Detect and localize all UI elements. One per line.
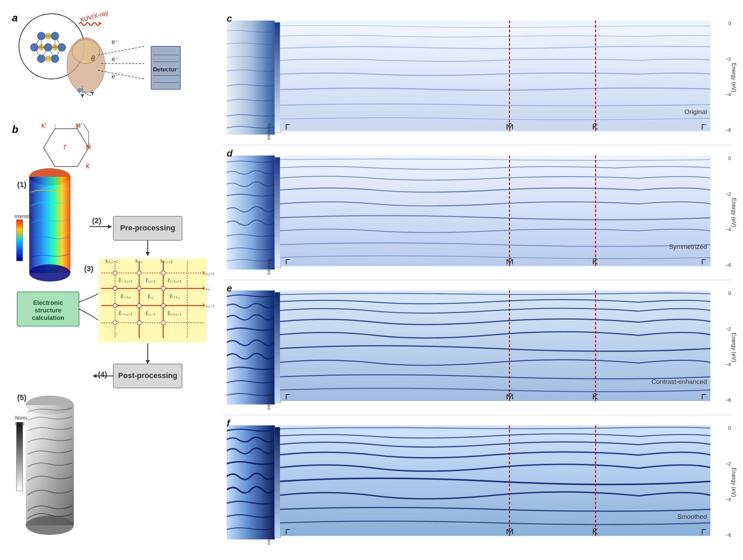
svg-text:kᵧ,ⱼ: kᵧ,ⱼ [203, 285, 210, 291]
svg-text:Post-processing: Post-processing [118, 371, 177, 380]
svg-text:structure: structure [35, 307, 61, 314]
svg-text:kₓ,ᵢ: kₓ,ᵢ [135, 258, 143, 264]
thumbnail-c-svg [227, 21, 275, 135]
svg-text:Intensity: Intensity [14, 214, 32, 219]
svg-text:e⁻: e⁻ [112, 56, 119, 62]
svg-marker-123 [93, 374, 97, 378]
energy-axis-title-c: Energy (eV) [730, 63, 736, 92]
svg-text:(1): (1) [17, 180, 26, 189]
svg-text:e⁻: e⁻ [112, 38, 119, 45]
svg-marker-67 [108, 225, 112, 229]
svg-text:Γ̄: Γ̄ [285, 258, 290, 266]
svg-text:Ẽᵢ,ⱼ₊₁: Ẽᵢ,ⱼ₊₁ [146, 278, 155, 283]
colorbar-c-label: Intensity [266, 123, 271, 140]
svg-text:K̄: K̄ [592, 528, 598, 536]
arpes-main-c-svg: Γ̄ M̄ K̄ Γ̄ [280, 21, 710, 131]
svg-text:Norm.: Norm. [15, 415, 28, 421]
svg-text:Detector: Detector [153, 66, 177, 73]
row-f: f [223, 415, 733, 550]
panel-f-label: f [227, 418, 230, 429]
thumbnail-c [227, 21, 275, 135]
svg-point-100 [137, 321, 141, 325]
svg-text:Ẽᵢ₊₁,ⱼ₊₁: Ẽᵢ₊₁,ⱼ₊₁ [168, 278, 181, 283]
svg-point-94 [137, 286, 141, 290]
svg-point-11 [45, 56, 51, 61]
svg-text:M̄: M̄ [86, 144, 91, 151]
svg-text:Pre-processing: Pre-processing [120, 224, 175, 232]
panel-c-label: c [227, 13, 232, 24]
arpes-main-f: Γ̄ M̄ K̄ Γ̄ Smoothed [280, 425, 710, 536]
svg-text:K̄: K̄ [592, 123, 598, 131]
svg-text:Ẽᵢ₊₁,ⱼ₋₁: Ẽᵢ₊₁,ⱼ₋₁ [168, 311, 181, 316]
svg-text:(5): (5) [17, 393, 26, 402]
energy-tick-2-c: −2 [725, 56, 731, 62]
svg-text:Γ̄: Γ̄ [701, 528, 706, 536]
energy-tick-0-c: 0 [728, 21, 731, 26]
energy-axis-c: 0 −2 −4 −6 [711, 21, 733, 133]
svg-text:M̄: M̄ [506, 528, 514, 536]
svg-text:Ẽᵢ₋₁,ⱼ₋₁: Ẽᵢ₋₁,ⱼ₋₁ [119, 311, 132, 316]
svg-text:Electronic: Electronic [33, 299, 63, 306]
svg-point-98 [161, 304, 165, 308]
thumbnail-d [227, 156, 275, 270]
svg-point-91 [137, 271, 141, 275]
svg-text:φ: φ [77, 86, 82, 93]
energy-axis-title-f: Energy (eV) [730, 468, 736, 497]
panel-c-title: Original [685, 108, 707, 116]
svg-text:kᵧ,ⱼ₊₁: kᵧ,ⱼ₊₁ [203, 270, 215, 276]
energy-tick-6-c: −6 [725, 127, 731, 133]
svg-text:(3): (3) [84, 264, 93, 273]
energy-tick-4-c: −4 [725, 92, 731, 97]
svg-marker-38 [90, 92, 94, 94]
svg-rect-131 [227, 21, 275, 135]
svg-rect-128 [16, 422, 23, 491]
svg-text:Γ̄: Γ̄ [701, 123, 706, 131]
svg-text:(4): (4) [98, 370, 107, 379]
svg-text:Γ̄: Γ̄ [285, 528, 290, 536]
left-panel: a [10, 10, 223, 550]
svg-text:(2): (2) [92, 216, 101, 225]
svg-text:Γ̄: Γ̄ [701, 393, 706, 401]
svg-marker-118 [146, 360, 150, 364]
row-d: d [223, 145, 733, 280]
svg-marker-40 [81, 94, 84, 98]
svg-text:ener.: ener. [15, 421, 26, 426]
svg-text:Ẽᵢ₋₁,ⱼ₊₁: Ẽᵢ₋₁,ⱼ₊₁ [119, 278, 132, 283]
colorbar-d-label: Intensity [266, 258, 271, 275]
svg-line-32 [98, 70, 144, 79]
svg-text:kᵧ,ⱼ₋₁: kᵧ,ⱼ₋₁ [203, 302, 215, 308]
svg-text:XUV/X-ray: XUV/X-ray [79, 10, 109, 24]
svg-point-63 [29, 264, 70, 282]
right-panel: c [223, 10, 733, 550]
colorbar-e-label: Intensity [266, 393, 271, 410]
arpes-main-d: Γ̄ M̄ K̄ Γ̄ Symmetrized [280, 156, 710, 266]
svg-text:θ: θ [91, 55, 95, 62]
svg-point-92 [161, 271, 165, 275]
svg-marker-72 [146, 252, 150, 256]
panel-a: a [10, 10, 210, 120]
svg-point-97 [137, 304, 141, 308]
svg-text:Γ̄: Γ̄ [701, 258, 706, 266]
svg-text:kₓ,ᵢ₊₁: kₓ,ᵢ₊₁ [160, 258, 173, 264]
svg-text:Ẽᵢ₊₁,ⱼ: Ẽᵢ₊₁,ⱼ [170, 294, 179, 299]
svg-rect-64 [16, 220, 23, 261]
svg-text:M̄: M̄ [506, 123, 514, 131]
svg-text:Γ̄: Γ̄ [64, 144, 67, 151]
svg-text:calculation: calculation [32, 315, 64, 321]
panel-e-title: Contrast-enhanced [651, 378, 707, 386]
svg-point-93 [113, 286, 117, 290]
svg-point-90 [113, 271, 117, 275]
svg-text:K̄: K̄ [86, 163, 90, 170]
panel-b-svg: K̄' M̄' Γ̄ M̄ K̄ [10, 124, 223, 560]
svg-text:K̄': K̄' [41, 124, 46, 129]
thumbnail-e [227, 290, 275, 404]
svg-point-95 [161, 286, 165, 290]
panel-d-title: Symmetrized [669, 243, 707, 251]
panel-d-label: d [227, 148, 233, 159]
energy-axis-title-e: Energy (eV) [730, 333, 736, 362]
figure-container: a [0, 0, 743, 560]
energy-axis-d: 0 −2 −4 −6 [711, 156, 733, 268]
thumbnail-f [227, 425, 275, 539]
panel-a-svg: XUV/X-ray e⁻ e⁻ e⁻ θ φ [10, 10, 210, 117]
svg-text:Ẽᵢ,ⱼ: Ẽᵢ,ⱼ [148, 294, 153, 299]
